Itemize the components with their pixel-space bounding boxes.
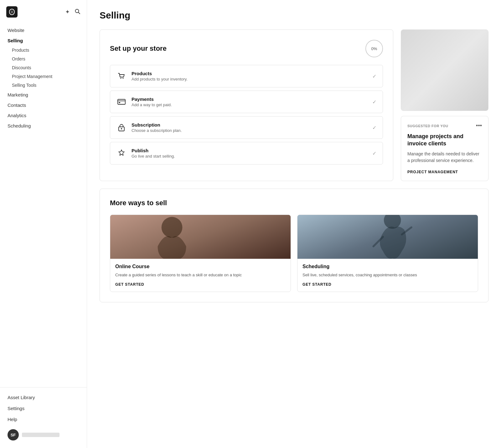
- sidebar-item-project-management[interactable]: Project Management: [0, 72, 87, 81]
- step-info: Products Add products to your inventory.: [132, 71, 188, 81]
- step-left: Products Add products to your inventory.: [116, 71, 188, 81]
- setup-store-card: Set up your store 0% Products Add: [100, 29, 393, 181]
- way-desc: Sell live, scheduled services, coaching …: [302, 272, 473, 278]
- sidebar-item-marketing[interactable]: Marketing: [0, 90, 87, 100]
- sidebar-item-discounts[interactable]: Discounts: [0, 63, 87, 72]
- suggested-header: Suggested for you •••: [407, 122, 482, 129]
- step-info: Subscription Choose a subscription plan.: [132, 122, 182, 133]
- svg-rect-10: [110, 215, 291, 259]
- setup-card-header: Set up your store 0%: [110, 40, 383, 57]
- page-title: Selling: [100, 10, 488, 21]
- step-desc: Add products to your inventory.: [132, 77, 188, 81]
- suggested-description: Manage the details needed to deliver a p…: [407, 151, 482, 164]
- step-left: Publish Go live and start selling.: [116, 148, 175, 159]
- more-ways-grid: Online Course Create a guided series of …: [110, 215, 478, 292]
- sidebar-item-orders[interactable]: Orders: [0, 55, 87, 63]
- more-ways-card: More ways to sell: [100, 189, 488, 303]
- scheduling-image: [297, 215, 478, 259]
- way-content: Online Course Create a guided series of …: [110, 259, 291, 292]
- step-check-icon: ✓: [372, 125, 376, 131]
- cart-icon: [116, 71, 127, 81]
- step-title: Publish: [132, 148, 175, 153]
- step-desc: Add a way to get paid.: [132, 102, 172, 107]
- main-content: Selling Set up your store 0%: [87, 0, 501, 448]
- sidebar-navigation: Website Selling Products Orders Discount…: [0, 23, 87, 387]
- publish-icon: [116, 148, 127, 158]
- sidebar-item-contacts[interactable]: Contacts: [0, 100, 87, 110]
- step-info: Payments Add a way to get paid.: [132, 96, 172, 107]
- sidebar-item-settings[interactable]: Settings: [8, 404, 79, 413]
- suggested-title: Manage projects and invoice clients: [407, 133, 482, 148]
- online-course-image: [110, 215, 291, 259]
- sidebar-item-products[interactable]: Products: [0, 46, 87, 55]
- svg-rect-7: [119, 102, 120, 103]
- suggested-card: Suggested for you ••• Manage projects an…: [401, 116, 488, 181]
- more-options-icon[interactable]: •••: [476, 122, 482, 129]
- sidebar: ✦ Website Selling Products Orders Discou…: [0, 0, 87, 448]
- setup-card-title: Set up your store: [110, 44, 167, 53]
- avatar: SF: [8, 429, 19, 440]
- step-check-icon: ✓: [372, 73, 376, 79]
- app-logo[interactable]: [6, 6, 18, 18]
- svg-point-4: [123, 78, 124, 79]
- svg-line-2: [79, 12, 80, 14]
- sidebar-item-scheduling[interactable]: Scheduling: [0, 121, 87, 131]
- sidebar-item-asset-library[interactable]: Asset Library: [8, 393, 79, 402]
- step-title: Products: [132, 71, 188, 76]
- promo-image: [401, 30, 488, 111]
- sidebar-item-website[interactable]: Website: [0, 25, 87, 35]
- setup-step-publish[interactable]: Publish Go live and start selling. ✓: [110, 142, 383, 164]
- promo-image-card: [401, 29, 488, 111]
- suggested-label: Suggested for you: [407, 124, 448, 128]
- sidebar-item-selling[interactable]: Selling: [0, 35, 87, 46]
- step-desc: Go live and start selling.: [132, 154, 175, 159]
- right-column: Suggested for you ••• Manage projects an…: [401, 29, 488, 181]
- payment-icon: [116, 97, 127, 107]
- setup-step-products[interactable]: Products Add products to your inventory.…: [110, 65, 383, 87]
- progress-indicator: 0%: [365, 40, 383, 57]
- step-check-icon: ✓: [372, 99, 376, 105]
- sidebar-item-selling-tools[interactable]: Selling Tools: [0, 81, 87, 90]
- sidebar-header: ✦: [0, 0, 87, 23]
- user-name-placeholder: [22, 433, 59, 437]
- sparkle-icon[interactable]: ✦: [65, 8, 70, 15]
- step-info: Publish Go live and start selling.: [132, 148, 175, 159]
- step-title: Payments: [132, 96, 172, 102]
- svg-point-9: [121, 128, 122, 129]
- suggested-link[interactable]: Project Management: [407, 170, 458, 174]
- step-title: Subscription: [132, 122, 182, 128]
- step-left: Payments Add a way to get paid.: [116, 96, 172, 107]
- lock-icon: [116, 122, 127, 133]
- search-icon[interactable]: [74, 8, 80, 16]
- step-desc: Choose a subscription plan.: [132, 128, 182, 133]
- way-content: Scheduling Sell live, scheduled services…: [297, 259, 478, 292]
- sidebar-bottom: Asset Library Settings Help SF: [0, 387, 87, 448]
- setup-step-subscription[interactable]: Subscription Choose a subscription plan.…: [110, 116, 383, 139]
- step-left: Subscription Choose a subscription plan.: [116, 122, 182, 133]
- step-check-icon: ✓: [372, 150, 376, 156]
- way-title: Scheduling: [302, 264, 473, 269]
- sidebar-item-help[interactable]: Help: [8, 414, 79, 424]
- way-desc: Create a guided series of lessons to tea…: [115, 272, 286, 278]
- svg-point-3: [121, 78, 121, 79]
- setup-step-payments[interactable]: Payments Add a way to get paid. ✓: [110, 91, 383, 113]
- way-card-scheduling: Scheduling Sell live, scheduled services…: [297, 215, 478, 292]
- svg-point-11: [162, 217, 183, 238]
- user-profile[interactable]: SF: [8, 425, 79, 440]
- sidebar-top-actions: ✦: [65, 8, 80, 16]
- top-row: Set up your store 0% Products Add: [100, 29, 488, 181]
- scheduling-cta[interactable]: Get Started: [302, 282, 473, 287]
- more-ways-title: More ways to sell: [110, 199, 478, 207]
- sidebar-item-analytics[interactable]: Analytics: [0, 110, 87, 121]
- svg-rect-5: [118, 99, 125, 104]
- way-card-online-course: Online Course Create a guided series of …: [110, 215, 291, 292]
- online-course-cta[interactable]: Get Started: [115, 282, 286, 287]
- way-title: Online Course: [115, 264, 286, 269]
- svg-point-1: [75, 9, 79, 13]
